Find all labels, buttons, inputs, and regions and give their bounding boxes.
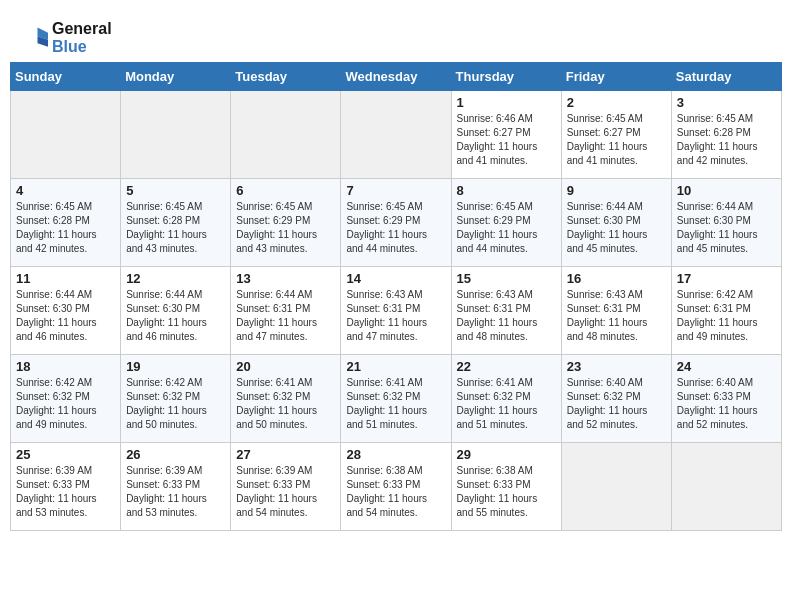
calendar-cell: 24Sunrise: 6:40 AM Sunset: 6:33 PM Dayli… — [671, 355, 781, 443]
day-info: Sunrise: 6:38 AM Sunset: 6:33 PM Dayligh… — [457, 464, 556, 520]
calendar-cell — [11, 91, 121, 179]
day-info: Sunrise: 6:42 AM Sunset: 6:32 PM Dayligh… — [126, 376, 225, 432]
calendar-cell: 6Sunrise: 6:45 AM Sunset: 6:29 PM Daylig… — [231, 179, 341, 267]
calendar-cell: 4Sunrise: 6:45 AM Sunset: 6:28 PM Daylig… — [11, 179, 121, 267]
header: General Blue — [10, 10, 782, 62]
day-info: Sunrise: 6:45 AM Sunset: 6:27 PM Dayligh… — [567, 112, 666, 168]
weekday-header-monday: Monday — [121, 63, 231, 91]
calendar-cell: 3Sunrise: 6:45 AM Sunset: 6:28 PM Daylig… — [671, 91, 781, 179]
day-number: 6 — [236, 183, 335, 198]
day-info: Sunrise: 6:41 AM Sunset: 6:32 PM Dayligh… — [346, 376, 445, 432]
day-number: 29 — [457, 447, 556, 462]
calendar-cell: 17Sunrise: 6:42 AM Sunset: 6:31 PM Dayli… — [671, 267, 781, 355]
calendar-cell: 14Sunrise: 6:43 AM Sunset: 6:31 PM Dayli… — [341, 267, 451, 355]
day-info: Sunrise: 6:43 AM Sunset: 6:31 PM Dayligh… — [457, 288, 556, 344]
day-number: 7 — [346, 183, 445, 198]
calendar-table: SundayMondayTuesdayWednesdayThursdayFrid… — [10, 62, 782, 531]
calendar-cell: 16Sunrise: 6:43 AM Sunset: 6:31 PM Dayli… — [561, 267, 671, 355]
calendar-cell: 25Sunrise: 6:39 AM Sunset: 6:33 PM Dayli… — [11, 443, 121, 531]
day-number: 24 — [677, 359, 776, 374]
calendar-cell: 11Sunrise: 6:44 AM Sunset: 6:30 PM Dayli… — [11, 267, 121, 355]
day-info: Sunrise: 6:43 AM Sunset: 6:31 PM Dayligh… — [567, 288, 666, 344]
calendar-cell: 27Sunrise: 6:39 AM Sunset: 6:33 PM Dayli… — [231, 443, 341, 531]
calendar-cell — [341, 91, 451, 179]
calendar-week-2: 4Sunrise: 6:45 AM Sunset: 6:28 PM Daylig… — [11, 179, 782, 267]
logo: General Blue — [20, 20, 112, 56]
day-info: Sunrise: 6:45 AM Sunset: 6:28 PM Dayligh… — [677, 112, 776, 168]
day-info: Sunrise: 6:41 AM Sunset: 6:32 PM Dayligh… — [457, 376, 556, 432]
day-info: Sunrise: 6:44 AM Sunset: 6:30 PM Dayligh… — [126, 288, 225, 344]
day-info: Sunrise: 6:45 AM Sunset: 6:29 PM Dayligh… — [346, 200, 445, 256]
calendar-week-4: 18Sunrise: 6:42 AM Sunset: 6:32 PM Dayli… — [11, 355, 782, 443]
calendar-cell: 12Sunrise: 6:44 AM Sunset: 6:30 PM Dayli… — [121, 267, 231, 355]
weekday-header-sunday: Sunday — [11, 63, 121, 91]
day-info: Sunrise: 6:45 AM Sunset: 6:28 PM Dayligh… — [16, 200, 115, 256]
day-number: 20 — [236, 359, 335, 374]
day-number: 2 — [567, 95, 666, 110]
day-number: 21 — [346, 359, 445, 374]
day-number: 1 — [457, 95, 556, 110]
day-info: Sunrise: 6:41 AM Sunset: 6:32 PM Dayligh… — [236, 376, 335, 432]
day-info: Sunrise: 6:44 AM Sunset: 6:31 PM Dayligh… — [236, 288, 335, 344]
day-number: 15 — [457, 271, 556, 286]
calendar-week-3: 11Sunrise: 6:44 AM Sunset: 6:30 PM Dayli… — [11, 267, 782, 355]
day-info: Sunrise: 6:44 AM Sunset: 6:30 PM Dayligh… — [567, 200, 666, 256]
calendar-cell: 22Sunrise: 6:41 AM Sunset: 6:32 PM Dayli… — [451, 355, 561, 443]
day-number: 9 — [567, 183, 666, 198]
calendar-cell: 15Sunrise: 6:43 AM Sunset: 6:31 PM Dayli… — [451, 267, 561, 355]
day-info: Sunrise: 6:44 AM Sunset: 6:30 PM Dayligh… — [16, 288, 115, 344]
calendar-cell: 13Sunrise: 6:44 AM Sunset: 6:31 PM Dayli… — [231, 267, 341, 355]
logo-icon — [20, 24, 48, 52]
day-number: 26 — [126, 447, 225, 462]
day-number: 3 — [677, 95, 776, 110]
day-number: 25 — [16, 447, 115, 462]
day-info: Sunrise: 6:39 AM Sunset: 6:33 PM Dayligh… — [16, 464, 115, 520]
day-info: Sunrise: 6:45 AM Sunset: 6:29 PM Dayligh… — [236, 200, 335, 256]
day-number: 16 — [567, 271, 666, 286]
calendar-cell: 2Sunrise: 6:45 AM Sunset: 6:27 PM Daylig… — [561, 91, 671, 179]
day-number: 12 — [126, 271, 225, 286]
day-info: Sunrise: 6:45 AM Sunset: 6:28 PM Dayligh… — [126, 200, 225, 256]
calendar-cell — [671, 443, 781, 531]
day-number: 14 — [346, 271, 445, 286]
calendar-cell: 7Sunrise: 6:45 AM Sunset: 6:29 PM Daylig… — [341, 179, 451, 267]
calendar-cell: 8Sunrise: 6:45 AM Sunset: 6:29 PM Daylig… — [451, 179, 561, 267]
day-info: Sunrise: 6:46 AM Sunset: 6:27 PM Dayligh… — [457, 112, 556, 168]
day-info: Sunrise: 6:38 AM Sunset: 6:33 PM Dayligh… — [346, 464, 445, 520]
weekday-header-wednesday: Wednesday — [341, 63, 451, 91]
calendar-cell: 10Sunrise: 6:44 AM Sunset: 6:30 PM Dayli… — [671, 179, 781, 267]
logo-text: General Blue — [52, 20, 112, 56]
calendar-cell — [561, 443, 671, 531]
calendar-cell: 5Sunrise: 6:45 AM Sunset: 6:28 PM Daylig… — [121, 179, 231, 267]
calendar-cell: 23Sunrise: 6:40 AM Sunset: 6:32 PM Dayli… — [561, 355, 671, 443]
day-number: 17 — [677, 271, 776, 286]
day-info: Sunrise: 6:42 AM Sunset: 6:31 PM Dayligh… — [677, 288, 776, 344]
day-number: 19 — [126, 359, 225, 374]
day-number: 22 — [457, 359, 556, 374]
calendar-cell: 18Sunrise: 6:42 AM Sunset: 6:32 PM Dayli… — [11, 355, 121, 443]
weekday-header-friday: Friday — [561, 63, 671, 91]
day-info: Sunrise: 6:43 AM Sunset: 6:31 PM Dayligh… — [346, 288, 445, 344]
day-info: Sunrise: 6:45 AM Sunset: 6:29 PM Dayligh… — [457, 200, 556, 256]
calendar-cell: 21Sunrise: 6:41 AM Sunset: 6:32 PM Dayli… — [341, 355, 451, 443]
calendar-week-5: 25Sunrise: 6:39 AM Sunset: 6:33 PM Dayli… — [11, 443, 782, 531]
calendar-cell: 9Sunrise: 6:44 AM Sunset: 6:30 PM Daylig… — [561, 179, 671, 267]
day-info: Sunrise: 6:39 AM Sunset: 6:33 PM Dayligh… — [236, 464, 335, 520]
calendar-cell — [231, 91, 341, 179]
day-number: 8 — [457, 183, 556, 198]
day-number: 28 — [346, 447, 445, 462]
weekday-header-saturday: Saturday — [671, 63, 781, 91]
day-number: 23 — [567, 359, 666, 374]
calendar-cell: 29Sunrise: 6:38 AM Sunset: 6:33 PM Dayli… — [451, 443, 561, 531]
calendar-cell: 28Sunrise: 6:38 AM Sunset: 6:33 PM Dayli… — [341, 443, 451, 531]
day-info: Sunrise: 6:40 AM Sunset: 6:33 PM Dayligh… — [677, 376, 776, 432]
day-number: 5 — [126, 183, 225, 198]
weekday-header-thursday: Thursday — [451, 63, 561, 91]
day-info: Sunrise: 6:44 AM Sunset: 6:30 PM Dayligh… — [677, 200, 776, 256]
weekday-header-tuesday: Tuesday — [231, 63, 341, 91]
calendar-cell: 19Sunrise: 6:42 AM Sunset: 6:32 PM Dayli… — [121, 355, 231, 443]
day-number: 11 — [16, 271, 115, 286]
day-info: Sunrise: 6:40 AM Sunset: 6:32 PM Dayligh… — [567, 376, 666, 432]
day-info: Sunrise: 6:39 AM Sunset: 6:33 PM Dayligh… — [126, 464, 225, 520]
day-number: 4 — [16, 183, 115, 198]
